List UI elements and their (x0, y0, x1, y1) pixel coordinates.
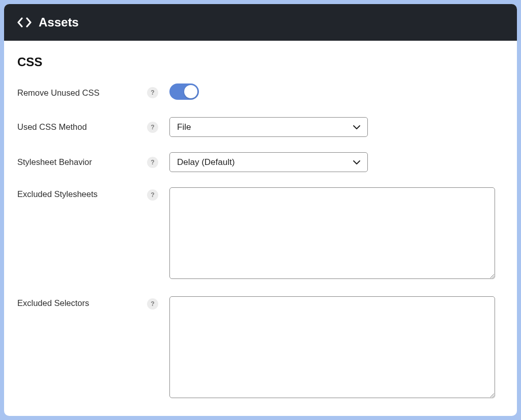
select-stylesheet-behavior-wrapper: Delay (Default) (169, 152, 368, 172)
label-excluded-selectors: Excluded Selectors (17, 296, 147, 308)
help-excluded-stylesheets[interactable]: ? (147, 189, 158, 201)
panel-header: Assets (4, 4, 517, 41)
panel-title: Assets (39, 15, 79, 30)
help-used-css-method[interactable]: ? (147, 122, 158, 133)
row-used-css-method: Used CSS Method ? File (17, 117, 504, 137)
label-excluded-stylesheets: Excluded Stylesheets (17, 187, 147, 199)
select-used-css-method[interactable]: File (169, 117, 368, 137)
select-stylesheet-behavior[interactable]: Delay (Default) (169, 152, 368, 172)
help-remove-unused-css[interactable]: ? (147, 87, 158, 98)
row-stylesheet-behavior: Stylesheet Behavior ? Delay (Default) (17, 152, 504, 172)
row-remove-unused-css: Remove Unused CSS ? (17, 83, 504, 102)
row-excluded-stylesheets: Excluded Stylesheets ? (17, 187, 504, 281)
select-used-css-method-wrapper: File (169, 117, 368, 137)
panel-content: CSS Remove Unused CSS ? Used CSS Method … (4, 41, 517, 416)
toggle-remove-unused-css[interactable] (169, 83, 199, 100)
code-icon (17, 17, 32, 27)
label-used-css-method: Used CSS Method (17, 122, 147, 132)
toggle-knob (184, 85, 197, 98)
label-stylesheet-behavior: Stylesheet Behavior (17, 157, 147, 167)
section-title: CSS (17, 55, 504, 69)
help-stylesheet-behavior[interactable]: ? (147, 157, 158, 168)
textarea-excluded-stylesheets[interactable] (169, 187, 495, 279)
textarea-excluded-selectors[interactable] (169, 296, 495, 398)
help-excluded-selectors[interactable]: ? (147, 298, 158, 310)
settings-window: Assets CSS Remove Unused CSS ? Used CSS … (4, 4, 517, 416)
label-remove-unused-css: Remove Unused CSS (17, 88, 147, 98)
row-excluded-selectors: Excluded Selectors ? (17, 296, 504, 400)
